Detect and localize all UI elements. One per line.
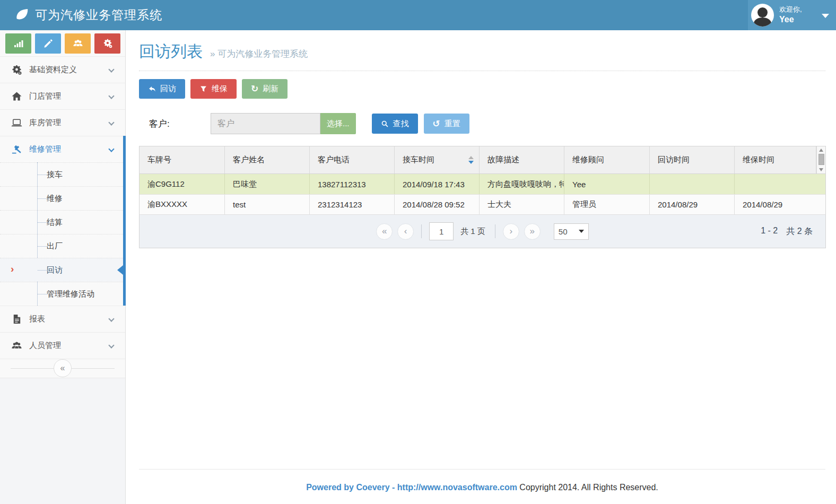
maintenance-button[interactable]: 维保 bbox=[190, 79, 237, 99]
user-dropdown-caret-icon bbox=[822, 14, 829, 18]
search-button[interactable]: 查找 bbox=[372, 114, 418, 134]
cell-plate: 渝BXXXXX bbox=[140, 195, 225, 214]
filter-funnel-icon bbox=[199, 85, 207, 93]
cell-customer-name: test bbox=[225, 195, 310, 214]
range-text: 1 - 2 bbox=[761, 226, 778, 237]
sidebar-subitem-manage-repair-activity[interactable]: 管理维修活动 bbox=[0, 282, 125, 306]
users-tile-button[interactable] bbox=[65, 33, 91, 54]
sidebar-item-label: 维修管理 bbox=[29, 144, 61, 154]
table-row[interactable]: 渝BXXXXX test 2312314123 2014/08/28 09:52… bbox=[140, 194, 825, 214]
gears-icon bbox=[102, 38, 113, 49]
tree-connector bbox=[38, 198, 48, 199]
active-item-chevron-icon: › bbox=[11, 263, 14, 275]
return-visit-button[interactable]: 回访 bbox=[139, 79, 185, 99]
document-icon bbox=[10, 314, 23, 325]
top-header-bar: 可为汽修业务管理系统 欢迎你, Yee bbox=[0, 0, 836, 30]
users-icon bbox=[73, 38, 83, 49]
bar-chart-icon bbox=[13, 38, 24, 49]
customer-filter-label: 客户: bbox=[149, 118, 211, 130]
sidebar-item-repair-management[interactable]: 维修管理 bbox=[0, 136, 125, 162]
divider bbox=[495, 224, 495, 238]
column-header-maintain-time[interactable]: 维保时间 bbox=[735, 146, 816, 173]
tree-connector bbox=[38, 294, 48, 294]
copyright-text: Copyright 2014. All Rights Reserved. bbox=[519, 483, 658, 492]
pencil-tile-button[interactable] bbox=[35, 33, 61, 54]
reset-button[interactable]: ↺ 重置 bbox=[424, 114, 469, 134]
sidebar-item-warehouse[interactable]: 库房管理 bbox=[0, 109, 125, 136]
column-header-customer-name[interactable]: 客户姓名 bbox=[225, 146, 310, 173]
subitem-label: 结算 bbox=[47, 218, 63, 228]
column-header-customer-phone[interactable]: 客户电话 bbox=[310, 146, 395, 173]
first-page-button[interactable]: « bbox=[376, 223, 393, 240]
choose-customer-button[interactable]: 选择... bbox=[320, 113, 356, 134]
username-text: Yee bbox=[779, 14, 802, 25]
cell-customer-phone: 2312314123 bbox=[310, 195, 395, 214]
cell-receive-time: 2014/08/28 09:52 bbox=[395, 195, 480, 214]
button-label: 查找 bbox=[393, 119, 409, 129]
page-title: 回访列表 bbox=[139, 41, 203, 63]
user-avatar bbox=[751, 4, 774, 27]
sidebar-subitem-receive-car[interactable]: 接车 bbox=[0, 162, 125, 186]
welcome-text: 欢迎你, bbox=[779, 5, 802, 14]
refresh-button[interactable]: ↻ 刷新 bbox=[242, 79, 288, 99]
search-icon bbox=[381, 120, 389, 128]
page-footer: Powered by Coevery - http://www.novasoft… bbox=[139, 469, 825, 504]
next-page-button[interactable]: › bbox=[503, 223, 519, 240]
sidebar-collapse-button[interactable]: « bbox=[54, 359, 72, 377]
undo-icon: ↺ bbox=[433, 119, 440, 128]
powered-by-link[interactable]: Powered by Coevery - http://www.novasoft… bbox=[306, 483, 517, 492]
sidebar-item-personnel[interactable]: 人员管理 bbox=[0, 332, 125, 359]
cell-visit-time bbox=[650, 174, 735, 194]
tree-connector bbox=[38, 222, 48, 223]
sidebar-item-label: 报表 bbox=[29, 314, 45, 324]
column-header-plate[interactable]: 车牌号 bbox=[140, 146, 225, 173]
column-header-receive-time[interactable]: 接车时间 bbox=[395, 146, 480, 173]
toolbar: 回访 维保 ↻ 刷新 bbox=[139, 79, 825, 99]
active-item-arrow bbox=[117, 265, 123, 275]
button-label: 刷新 bbox=[263, 84, 278, 94]
divider bbox=[139, 71, 825, 71]
column-header-advisor[interactable]: 维修顾问 bbox=[564, 146, 650, 173]
customer-input[interactable] bbox=[211, 113, 320, 134]
gavel-icon bbox=[10, 144, 23, 155]
select-caret-icon bbox=[579, 230, 584, 233]
refresh-icon: ↻ bbox=[251, 84, 258, 93]
tree-connector bbox=[38, 246, 48, 247]
sidebar-item-label: 基础资料定义 bbox=[29, 65, 77, 75]
total-records-text: 共 2 条 bbox=[786, 226, 813, 237]
page-number-input[interactable] bbox=[429, 222, 454, 240]
last-page-button[interactable]: » bbox=[524, 223, 541, 240]
column-header-fault-description[interactable]: 故障描述 bbox=[480, 146, 564, 173]
column-header-visit-time[interactable]: 回访时间 bbox=[650, 146, 735, 173]
bar-chart-tile-button[interactable] bbox=[5, 33, 31, 54]
cell-visit-time: 2014/08/29 bbox=[650, 195, 735, 214]
sort-icon[interactable] bbox=[468, 156, 474, 164]
table-scrollbar[interactable] bbox=[816, 146, 825, 173]
subitem-label: 接车 bbox=[47, 170, 63, 180]
page-size-select[interactable]: 50 bbox=[554, 223, 589, 240]
scroll-thumb[interactable] bbox=[818, 154, 824, 165]
sidebar-item-stores[interactable]: 门店管理 bbox=[0, 83, 125, 109]
breadcrumb: » 可为汽修业务管理系统 bbox=[210, 48, 308, 60]
sidebar-subitem-leave-factory[interactable]: 出厂 bbox=[0, 234, 125, 258]
cell-maintain-time bbox=[735, 174, 825, 194]
sidebar-item-label: 库房管理 bbox=[29, 118, 61, 128]
table-header-row: 车牌号 客户姓名 客户电话 接车时间 故障描述 维修顾问 回访时间 维保时间 bbox=[140, 146, 825, 174]
chevron-down-icon bbox=[108, 316, 114, 321]
sidebar-subitem-repair[interactable]: 维修 bbox=[0, 186, 125, 210]
divider bbox=[421, 224, 422, 238]
prev-page-button[interactable]: ‹ bbox=[397, 223, 414, 240]
scroll-up-icon[interactable] bbox=[819, 149, 823, 152]
sidebar-item-base-data[interactable]: 基础资料定义 bbox=[0, 56, 125, 83]
subitem-label: 出厂 bbox=[47, 241, 63, 251]
user-menu[interactable]: 欢迎你, Yee bbox=[748, 0, 836, 30]
gears-tile-button[interactable] bbox=[94, 33, 120, 54]
table-row-selected[interactable]: 渝C9G112 巴味堂 13827112313 2014/09/18 17:43… bbox=[140, 174, 825, 194]
sidebar-subitem-settlement[interactable]: 结算 bbox=[0, 210, 125, 234]
scroll-down-icon[interactable] bbox=[819, 168, 823, 171]
cell-plate: 渝C9G112 bbox=[140, 174, 225, 194]
sidebar-subitem-return-visit[interactable]: › 回访 bbox=[0, 258, 125, 282]
laptop-icon bbox=[10, 117, 23, 128]
cell-fault-description: 方向盘嘎吱嘎吱响，特 bbox=[480, 174, 564, 194]
sidebar-item-reports[interactable]: 报表 bbox=[0, 306, 125, 332]
